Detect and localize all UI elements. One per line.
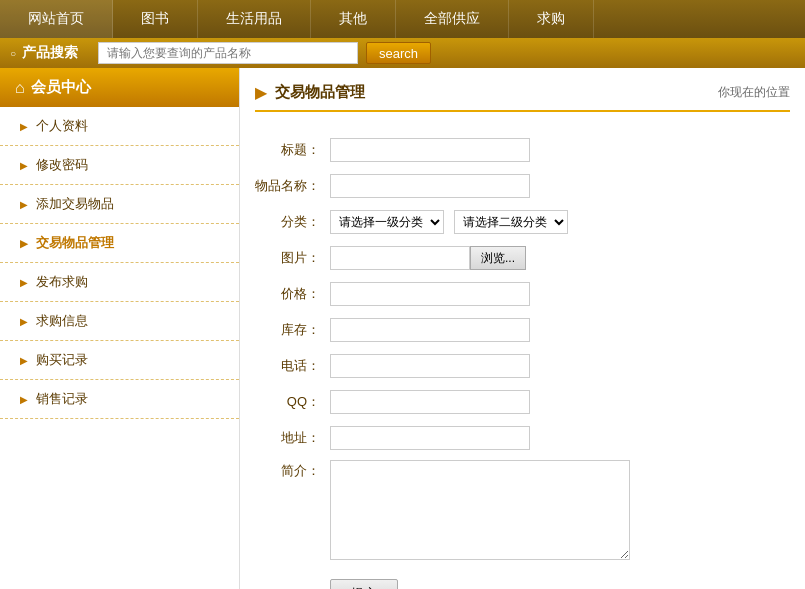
section-header-icon: ▶ [255, 83, 267, 102]
form-row-intro: 简介： [255, 456, 790, 567]
search-button[interactable]: search [366, 42, 431, 64]
submit-button[interactable]: 提交 [330, 579, 398, 589]
section-header: ▶ 交易物品管理 你现在的位置 [255, 83, 790, 112]
form-row-stock: 库存： [255, 312, 790, 348]
main-layout: 会员中心 个人资料 修改密码 添加交易物品 交易物品管理 发布求购 求购信息 购… [0, 68, 805, 589]
nav-item-daily[interactable]: 生活用品 [198, 0, 311, 38]
search-bar: 产品搜索 search [0, 38, 805, 68]
sidebar-header: 会员中心 [0, 68, 239, 107]
input-address[interactable] [330, 426, 530, 450]
label-category: 分类： [255, 204, 330, 240]
input-price[interactable] [330, 282, 530, 306]
sidebar-item-buy-history[interactable]: 购买记录 [0, 341, 239, 380]
nav-item-purchase[interactable]: 求购 [509, 0, 594, 38]
form-row-title: 标题： [255, 132, 790, 168]
input-stock[interactable] [330, 318, 530, 342]
top-navigation: 网站首页 图书 生活用品 其他 全部供应 求购 [0, 0, 805, 38]
input-title[interactable] [330, 138, 530, 162]
form-row-phone: 电话： [255, 348, 790, 384]
sidebar-item-password[interactable]: 修改密码 [0, 146, 239, 185]
sidebar-item-manage-items[interactable]: 交易物品管理 [0, 224, 239, 263]
label-address: 地址： [255, 420, 330, 456]
label-title: 标题： [255, 132, 330, 168]
nav-item-home[interactable]: 网站首页 [0, 0, 113, 38]
form-row-qq: QQ： [255, 384, 790, 420]
file-path-input[interactable] [330, 246, 470, 270]
label-image: 图片： [255, 240, 330, 276]
sidebar-item-profile[interactable]: 个人资料 [0, 107, 239, 146]
sidebar-item-add-item[interactable]: 添加交易物品 [0, 185, 239, 224]
label-price: 价格： [255, 276, 330, 312]
select-category1[interactable]: 请选择一级分类 [330, 210, 444, 234]
nav-item-books[interactable]: 图书 [113, 0, 198, 38]
nav-item-other[interactable]: 其他 [311, 0, 396, 38]
label-phone: 电话： [255, 348, 330, 384]
label-item-name: 物品名称： [255, 168, 330, 204]
location-text: 你现在的位置 [718, 84, 790, 101]
textarea-intro[interactable] [330, 460, 630, 560]
form-table: 标题： 物品名称： 分类： 请选择一级分类 请选择二级分类 [255, 132, 790, 589]
label-qq: QQ： [255, 384, 330, 420]
form-row-price: 价格： [255, 276, 790, 312]
select-category2[interactable]: 请选择二级分类 [454, 210, 568, 234]
label-stock: 库存： [255, 312, 330, 348]
main-content: ▶ 交易物品管理 你现在的位置 标题： 物品名称： 分类： [240, 68, 805, 589]
section-title: 交易物品管理 [275, 83, 365, 102]
search-bar-title: 产品搜索 [10, 44, 78, 62]
sidebar-item-post-purchase[interactable]: 发布求购 [0, 263, 239, 302]
form-row-address: 地址： [255, 420, 790, 456]
form-row-image: 图片： 浏览... [255, 240, 790, 276]
input-qq[interactable] [330, 390, 530, 414]
search-input[interactable] [98, 42, 358, 64]
file-input-area: 浏览... [330, 246, 790, 270]
form-row-submit: 提交 [255, 567, 790, 589]
form-row-item-name: 物品名称： [255, 168, 790, 204]
input-phone[interactable] [330, 354, 530, 378]
sidebar-item-sell-history[interactable]: 销售记录 [0, 380, 239, 419]
input-item-name[interactable] [330, 174, 530, 198]
nav-item-supply[interactable]: 全部供应 [396, 0, 509, 38]
label-intro: 简介： [255, 456, 330, 567]
form-row-category: 分类： 请选择一级分类 请选择二级分类 [255, 204, 790, 240]
browse-button[interactable]: 浏览... [470, 246, 526, 270]
sidebar-item-purchase-info[interactable]: 求购信息 [0, 302, 239, 341]
sidebar: 会员中心 个人资料 修改密码 添加交易物品 交易物品管理 发布求购 求购信息 购… [0, 68, 240, 589]
